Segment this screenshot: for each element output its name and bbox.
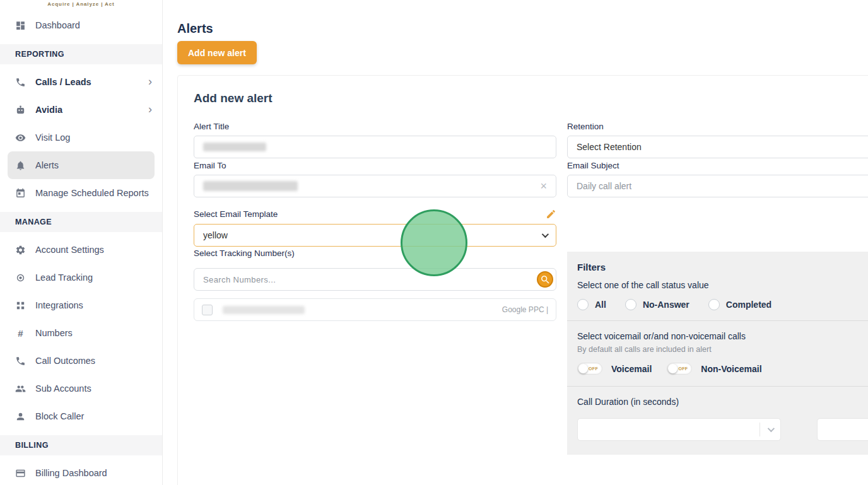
- email-template-select[interactable]: yellow: [194, 224, 556, 247]
- retention-value: Select Retention: [577, 142, 642, 152]
- sidebar-section-reporting: REPORTING: [0, 44, 162, 64]
- sidebar-item-label: Lead Tracking: [35, 272, 152, 283]
- sidebar: Acquire | Analyze | Act Dashboard REPORT…: [0, 0, 163, 485]
- call-status-options: All No-Answer Completed: [577, 299, 868, 310]
- add-new-alert-button[interactable]: Add new alert: [177, 41, 257, 64]
- voicemail-hint: By default all calls are included in ale…: [577, 345, 868, 354]
- voicemail-section-label: Select voicemail or/and non-voicemail ca…: [577, 331, 868, 341]
- sidebar-item-label: Integrations: [35, 300, 152, 310]
- sidebar-item-lead-tracking[interactable]: Lead Tracking: [0, 264, 162, 291]
- filters-divider: [567, 320, 868, 321]
- form-right-column: Retention Select Retention Email Subject…: [567, 122, 868, 455]
- sidebar-item-label: Avidia: [35, 105, 148, 115]
- visit-log-eye-icon: [15, 132, 26, 143]
- sidebar-item-sub-accounts[interactable]: Sub Accounts: [0, 375, 162, 402]
- hash-icon: #: [15, 328, 26, 339]
- tracking-numbers-label: Select Tracking Number(s): [194, 248, 556, 258]
- radio-icon[interactable]: [625, 299, 636, 310]
- redacted-email-to: [203, 181, 298, 191]
- search-numbers-input[interactable]: [194, 268, 556, 291]
- sidebar-item-label: Billing Dashboard: [35, 468, 152, 478]
- tracking-number-checkbox[interactable]: [202, 305, 213, 315]
- sidebar-item-avidia[interactable]: Avidia ›: [0, 96, 162, 124]
- status-option-label: All: [595, 300, 606, 310]
- toggle-knob: [578, 364, 588, 373]
- email-to-label: Email To: [194, 161, 556, 170]
- edit-template-icon[interactable]: [546, 209, 556, 219]
- redacted-tracking-number: [223, 306, 305, 314]
- dashboard-icon: [15, 20, 26, 31]
- retention-label: Retention: [567, 122, 868, 131]
- sidebar-item-label: Calls / Leads: [35, 77, 148, 87]
- sidebar-item-label: Block Caller: [35, 411, 152, 421]
- sidebar-item-label: Alerts: [35, 160, 146, 170]
- retention-group: Retention Select Retention: [567, 122, 868, 158]
- status-option-no-answer[interactable]: No-Answer: [625, 299, 689, 310]
- radio-icon[interactable]: [577, 299, 589, 310]
- email-subject-input[interactable]: [567, 175, 868, 197]
- email-template-label-row: Select Email Template: [194, 209, 556, 219]
- toggle-knob: [668, 364, 677, 373]
- chevron-down-icon: [760, 427, 780, 432]
- tracking-number-row[interactable]: Google PPC |: [194, 298, 556, 321]
- sidebar-item-manage-scheduled-reports[interactable]: Manage Scheduled Reports: [0, 179, 162, 207]
- grid-icon: [15, 300, 26, 311]
- clear-email-icon[interactable]: ×: [540, 180, 547, 192]
- sidebar-item-account-settings[interactable]: Account Settings: [0, 236, 162, 264]
- calendar-icon: [15, 188, 26, 199]
- search-icon: [540, 274, 551, 285]
- status-option-label: Completed: [726, 300, 771, 310]
- redacted-alert-title: [203, 143, 266, 151]
- form-left-column: Alert Title Email To × Select Email Temp…: [194, 122, 556, 455]
- duration-value-input[interactable]: [817, 418, 868, 441]
- duration-operator-select[interactable]: [577, 418, 781, 441]
- gear-icon: [15, 245, 26, 255]
- search-button[interactable]: [537, 271, 553, 288]
- sidebar-item-call-outcomes[interactable]: Call Outcomes: [0, 347, 162, 375]
- sidebar-item-alerts[interactable]: Alerts: [8, 151, 155, 179]
- voicemail-toggle-label: Voicemail: [611, 364, 652, 374]
- sidebar-item-integrations[interactable]: Integrations: [0, 291, 162, 319]
- toggle-state-label: OFF: [589, 366, 598, 371]
- sidebar-item-calls-leads[interactable]: Calls / Leads ›: [0, 68, 162, 96]
- email-to-input[interactable]: ×: [194, 175, 556, 197]
- sidebar-item-label: Call Outcomes: [35, 356, 152, 366]
- non-voicemail-toggle-label: Non-Voicemail: [701, 364, 761, 374]
- alert-form: Alert Title Email To × Select Email Temp…: [194, 122, 868, 455]
- sidebar-item-numbers[interactable]: # Numbers: [0, 319, 162, 347]
- voicemail-toggle[interactable]: OFF: [577, 363, 602, 375]
- avidia-bot-icon: [15, 105, 26, 115]
- sidebar-section-billing: BILLING: [0, 435, 162, 455]
- sidebar-item-billing-dashboard[interactable]: Billing Dashboard: [0, 459, 162, 485]
- non-voicemail-toggle[interactable]: OFF: [667, 363, 692, 375]
- email-subject-label: Email Subject: [567, 161, 868, 170]
- status-option-completed[interactable]: Completed: [708, 299, 771, 310]
- bell-icon: [15, 160, 26, 171]
- voicemail-toggles: OFF Voicemail OFF Non-Voicemail: [577, 363, 868, 375]
- status-option-label: No-Answer: [643, 300, 689, 310]
- tracking-numbers-group: Select Tracking Number(s) Google PPC |: [194, 248, 556, 321]
- credit-card-icon: [15, 468, 26, 479]
- email-template-group: Select Email Template yellow: [194, 209, 556, 247]
- card-title: Add new alert: [194, 91, 868, 105]
- filters-divider: [567, 386, 868, 387]
- sidebar-item-dashboard[interactable]: Dashboard: [0, 11, 162, 39]
- calls-leads-icon: [15, 77, 26, 88]
- radio-icon[interactable]: [708, 299, 720, 310]
- email-template-value: yellow: [203, 230, 228, 240]
- tracking-number-source: Google PPC |: [502, 305, 548, 314]
- sidebar-item-label: Account Settings: [35, 245, 152, 255]
- sidebar-item-block-caller[interactable]: Block Caller: [0, 402, 162, 430]
- sidebar-item-label: Manage Scheduled Reports: [35, 188, 152, 198]
- status-option-all[interactable]: All: [577, 299, 606, 310]
- filters-panel: Filters Select one of the call status va…: [567, 252, 868, 455]
- email-subject-group: Email Subject: [567, 161, 868, 197]
- sidebar-item-visit-log[interactable]: Visit Log: [0, 124, 162, 151]
- email-template-label: Select Email Template: [194, 209, 278, 219]
- sidebar-item-label: Dashboard: [35, 20, 152, 30]
- chevron-down-icon: [542, 231, 549, 238]
- sidebar-item-label: Sub Accounts: [35, 383, 152, 394]
- alert-title-input[interactable]: [194, 136, 556, 158]
- call-status-label: Select one of the call status value: [577, 280, 868, 290]
- retention-select[interactable]: Select Retention: [567, 136, 868, 158]
